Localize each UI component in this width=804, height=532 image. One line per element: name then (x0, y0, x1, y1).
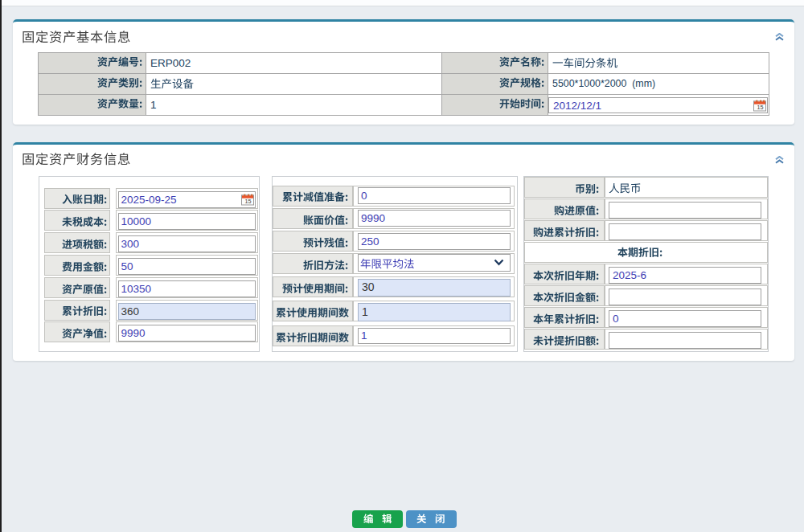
svg-text:15: 15 (757, 104, 764, 111)
svg-text:15: 15 (244, 198, 251, 205)
